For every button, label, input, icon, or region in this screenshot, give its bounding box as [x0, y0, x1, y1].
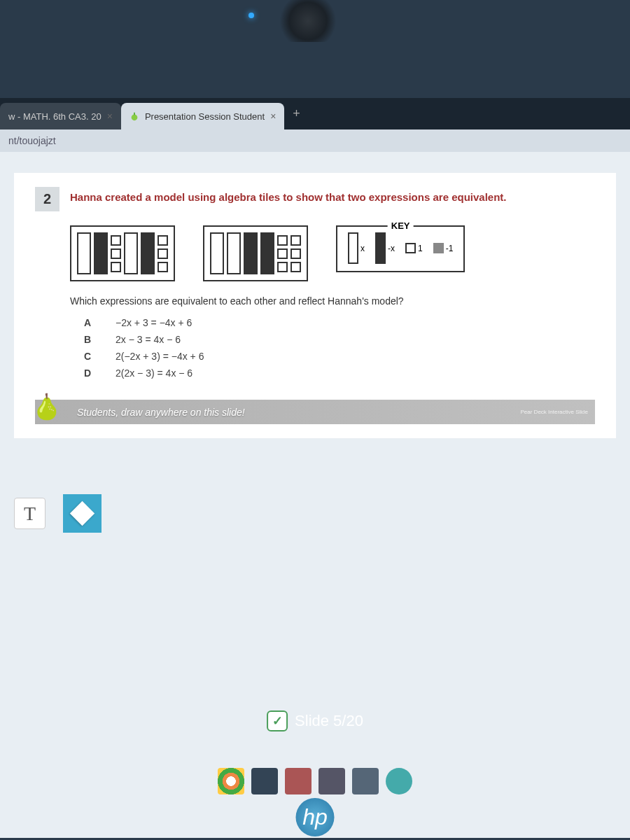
neg-x-tile-key: [375, 232, 386, 264]
unit-tile: [158, 235, 168, 246]
page-content: 2 Hanna created a model using algebra ti…: [0, 152, 630, 838]
choice-letter: C: [84, 351, 94, 362]
close-icon[interactable]: ×: [270, 111, 276, 122]
neg-unit-tile-key: [433, 243, 444, 253]
legend-negx: -x: [388, 244, 395, 253]
close-icon[interactable]: ×: [107, 111, 113, 122]
legend-title: KEY: [388, 220, 414, 231]
taskbar-app-icon[interactable]: [386, 768, 412, 794]
taskbar-app-icon[interactable]: [251, 768, 278, 794]
tab-math[interactable]: w - MATH. 6th CA3. 20 ×: [0, 103, 121, 130]
legend-negone: -1: [446, 244, 454, 253]
taskbar-app-icon[interactable]: [318, 768, 345, 794]
question-prompt: Hanna created a model using algebra tile…: [70, 187, 507, 203]
slide[interactable]: 2 Hanna created a model using algebra ti…: [14, 173, 616, 438]
browser-tab-bar: w - MATH. 6th CA3. 20 × Presentation Ses…: [0, 98, 630, 130]
unit-tile-key: [405, 243, 416, 253]
unit-tile: [111, 235, 121, 246]
unit-tile: [277, 235, 288, 246]
chrome-icon[interactable]: [218, 768, 244, 794]
check-icon: ✓: [267, 710, 288, 732]
choice-a[interactable]: A −2x + 3 = −4x + 6: [84, 317, 595, 328]
tab-label: w - MATH. 6th CA3. 20: [8, 111, 102, 122]
unit-tile: [111, 248, 121, 259]
tile-group-right: [203, 225, 308, 281]
choice-text: 2(2x − 3) = 4x − 6: [115, 368, 192, 379]
question-number-badge: 2: [35, 187, 59, 211]
eraser-icon: [70, 501, 94, 526]
choice-b[interactable]: B 2x − 3 = 4x − 6: [84, 334, 595, 345]
sub-question-text: Which expressions are equivalent to each…: [70, 295, 560, 307]
algebra-tiles-row: KEY x -x 1 -1: [70, 225, 560, 281]
x-tile: [227, 232, 241, 274]
instruction-brand: Pear Deck Interactive Slide: [521, 409, 589, 415]
taskbar-app-icon[interactable]: [285, 768, 312, 794]
tile-group-left: [70, 225, 175, 281]
x-tile: [210, 232, 224, 274]
instruction-bar: 🍐 Students, draw anywhere on this slide!…: [35, 400, 595, 424]
unit-tile: [277, 262, 288, 272]
x-tile-key: [348, 232, 358, 264]
choice-text: −2x + 3 = −4x + 6: [115, 317, 192, 328]
neg-x-tile: [94, 232, 108, 274]
legend-box: KEY x -x 1 -1: [336, 225, 465, 272]
legend-x: x: [360, 244, 365, 253]
choice-letter: A: [84, 317, 94, 328]
neg-x-tile: [141, 232, 155, 274]
neg-x-tile: [260, 232, 274, 274]
choice-letter: D: [84, 368, 94, 379]
url-text: nt/touojajzt: [8, 135, 56, 146]
address-bar[interactable]: nt/touojajzt: [0, 130, 630, 152]
choice-letter: B: [84, 334, 94, 345]
webcam-housing: [266, 0, 350, 42]
tab-label: Presentation Session Student: [145, 111, 265, 122]
svg-rect-1: [134, 113, 135, 115]
unit-tile: [290, 235, 301, 246]
instruction-text: Students, draw anywhere on this slide!: [77, 407, 245, 418]
tab-presentation[interactable]: Presentation Session Student ×: [121, 103, 284, 130]
svg-point-0: [132, 114, 138, 120]
answer-choices: A −2x + 3 = −4x + 6 B 2x − 3 = 4x − 6 C …: [84, 317, 595, 379]
eraser-tool-button[interactable]: [63, 494, 102, 533]
drawing-toolbar: T: [14, 494, 616, 533]
unit-tile: [111, 262, 121, 272]
unit-tile: [158, 262, 168, 272]
hp-logo: hp: [296, 798, 335, 836]
pear-favicon-icon: [130, 111, 139, 121]
pear-mascot-icon: 🍐: [31, 393, 70, 431]
choice-d[interactable]: D 2(2x − 3) = 4x − 6: [84, 368, 595, 379]
choice-text: 2(−2x + 3) = −4x + 6: [115, 351, 204, 362]
unit-tile: [158, 248, 168, 259]
camera-led: [248, 13, 254, 18]
slide-indicator[interactable]: ✓ Slide 5/20: [267, 710, 363, 732]
taskbar-app-icon[interactable]: [352, 768, 379, 794]
slide-counter: Slide 5/20: [295, 712, 363, 730]
choice-c[interactable]: C 2(−2x + 3) = −4x + 6: [84, 351, 595, 362]
windows-taskbar: [218, 768, 412, 794]
legend-one: 1: [418, 244, 423, 253]
x-tile: [77, 232, 91, 274]
unit-tile: [290, 248, 301, 259]
new-tab-button[interactable]: +: [284, 106, 309, 121]
unit-tile: [277, 248, 288, 259]
x-tile: [124, 232, 138, 274]
neg-x-tile: [244, 232, 258, 274]
choice-text: 2x − 3 = 4x − 6: [115, 334, 181, 345]
text-tool-button[interactable]: T: [14, 498, 46, 529]
unit-tile: [290, 262, 301, 272]
